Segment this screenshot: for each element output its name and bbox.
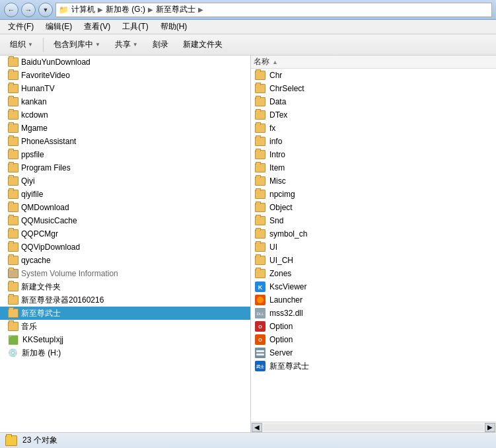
horizontal-scrollbar[interactable]: ◀ ▶ bbox=[251, 422, 496, 432]
folder-icon bbox=[8, 97, 18, 106]
list-item[interactable]: UI_CH bbox=[251, 254, 496, 267]
address-segment: 计算机 bbox=[71, 4, 95, 15]
status-bar: 23 个对象 bbox=[0, 432, 496, 448]
address-bar[interactable]: 📁 计算机 ▶ 新加卷 (G:) ▶ 新至尊武士 ▶ bbox=[55, 3, 492, 17]
list-item[interactable]: Snd bbox=[251, 214, 496, 227]
folder-icon bbox=[8, 190, 18, 199]
folder-icon bbox=[255, 256, 266, 265]
launcher-icon bbox=[255, 295, 266, 305]
right-list[interactable]: Chr ChrSelect Data DTex fx info bbox=[251, 69, 496, 422]
list-item-KscViewer[interactable]: K KscViewer bbox=[251, 280, 496, 293]
list-item[interactable]: Data bbox=[251, 95, 496, 108]
menu-help[interactable]: 帮助(H) bbox=[155, 20, 193, 34]
option1-icon: O bbox=[255, 321, 266, 332]
kscviewer-icon: K bbox=[255, 281, 266, 292]
list-item[interactable]: Zones bbox=[251, 267, 496, 280]
left-pane: BaiduYunDownload FavoriteVideo HunanTV k… bbox=[0, 56, 251, 432]
svg-text:O: O bbox=[258, 338, 262, 342]
dll-icon: DLL bbox=[255, 308, 266, 318]
tree-item-ProgramFiles[interactable]: Program Files bbox=[0, 161, 250, 174]
share-button[interactable]: 共享 ▼ bbox=[109, 36, 144, 54]
tree-item-music[interactable]: 音乐 bbox=[0, 320, 250, 333]
list-item[interactable]: Chr bbox=[251, 69, 496, 82]
right-pane: 名称 ▲ Chr ChrSelect Data DTex bbox=[251, 56, 496, 432]
tree-item-BaiduYunDownload[interactable]: BaiduYunDownload bbox=[0, 56, 250, 69]
list-item-Server[interactable]: Server bbox=[251, 346, 496, 359]
folder-icon bbox=[255, 243, 266, 252]
tree-item-qycache[interactable]: qycache bbox=[0, 254, 250, 267]
folder-icon bbox=[8, 216, 18, 225]
sort-arrow: ▲ bbox=[272, 59, 278, 65]
list-item-Option1[interactable]: O Option bbox=[251, 320, 496, 333]
folder-icon bbox=[255, 176, 266, 186]
folder-icon bbox=[255, 216, 266, 225]
list-item[interactable]: Misc bbox=[251, 174, 496, 188]
tree-item-PhoneAssistant[interactable]: PhoneAssistant bbox=[0, 135, 250, 148]
tree-item-kankan[interactable]: kankan bbox=[0, 95, 250, 108]
tree-item-KKSetup[interactable]: 🟩 KKSetupIxjj bbox=[0, 333, 250, 346]
list-item[interactable]: ChrSelect bbox=[251, 82, 496, 95]
new-folder-button[interactable]: 新建文件夹 bbox=[177, 36, 229, 54]
list-item-xinzhizun[interactable]: 武士 新至尊武士 bbox=[251, 359, 496, 373]
list-item[interactable]: DTex bbox=[251, 108, 496, 122]
menu-view[interactable]: 查看(V) bbox=[79, 20, 116, 34]
name-column-header[interactable]: 名称 ▲ bbox=[254, 56, 493, 67]
menu-file[interactable]: 文件(F) bbox=[3, 20, 39, 34]
list-item-mss32dll[interactable]: DLL mss32.dll bbox=[251, 307, 496, 320]
left-scroll[interactable]: BaiduYunDownload FavoriteVideo HunanTV k… bbox=[0, 56, 250, 432]
list-item[interactable]: UI bbox=[251, 241, 496, 254]
tree-item-QQMusicCache[interactable]: QQMusicCache bbox=[0, 214, 250, 227]
tree-item-QMDownload[interactable]: QMDownload bbox=[0, 201, 250, 214]
svg-text:DLL: DLL bbox=[256, 312, 264, 316]
tree-item-HunanTV[interactable]: HunanTV bbox=[0, 82, 250, 95]
list-item[interactable]: symbol_ch bbox=[251, 227, 496, 241]
up-button[interactable]: ▼ bbox=[38, 3, 53, 17]
tree-item-qiyifile[interactable]: qiyifile bbox=[0, 188, 250, 201]
tree-item-Qiyi[interactable]: Qiyi bbox=[0, 174, 250, 188]
xinzhizun-icon: 武士 bbox=[255, 361, 266, 371]
tree-item-ppsfile[interactable]: ppsfile bbox=[0, 148, 250, 161]
menu-edit[interactable]: 编辑(E) bbox=[40, 20, 77, 34]
folder-icon bbox=[255, 137, 266, 146]
folder-icon bbox=[8, 322, 18, 331]
list-item-Launcher[interactable]: Launcher bbox=[251, 293, 496, 307]
back-button[interactable]: ← bbox=[4, 3, 18, 17]
list-item[interactable]: info bbox=[251, 135, 496, 148]
folder-icon bbox=[8, 295, 18, 305]
folder-icon bbox=[8, 282, 18, 291]
tree-item-xinzhizun[interactable]: 新至尊武士 bbox=[0, 307, 250, 320]
burn-button[interactable]: 刻录 bbox=[147, 36, 174, 54]
tree-item-FavoriteVideo[interactable]: FavoriteVideo bbox=[0, 69, 250, 82]
list-item[interactable]: fx bbox=[251, 122, 496, 135]
folder-icon bbox=[8, 84, 18, 93]
menu-tools[interactable]: 工具(T) bbox=[117, 20, 153, 34]
address-segment: 新至尊武士 bbox=[156, 4, 195, 15]
folder-icon bbox=[8, 256, 18, 265]
toolbar: 组织 ▼ 包含到库中 ▼ 共享 ▼ 刻录 新建文件夹 bbox=[0, 34, 496, 56]
list-item[interactable]: Object bbox=[251, 201, 496, 214]
tree-item-QQPCMgr[interactable]: QQPCMgr bbox=[0, 227, 250, 241]
svg-text:O: O bbox=[258, 324, 262, 329]
folder-icon bbox=[8, 124, 18, 133]
tree-item-newfolder[interactable]: 新建文件夹 bbox=[0, 280, 250, 293]
list-item[interactable]: Intro bbox=[251, 148, 496, 161]
folder-icon bbox=[255, 110, 266, 120]
tree-item-QQVipDownload[interactable]: QQVipDownload bbox=[0, 241, 250, 254]
list-item[interactable]: Item bbox=[251, 161, 496, 174]
toolbar-separator bbox=[43, 38, 44, 52]
folder-icon bbox=[255, 150, 266, 159]
hscroll-left[interactable]: ◀ bbox=[252, 423, 262, 432]
status-count: 23 个对象 bbox=[22, 435, 57, 446]
tree-item-kcdown[interactable]: kcdown bbox=[0, 108, 250, 122]
tree-item-drive-h[interactable]: 💿 新加卷 (H:) bbox=[0, 346, 250, 359]
library-button[interactable]: 包含到库中 ▼ bbox=[48, 36, 106, 54]
hscroll-right[interactable]: ▶ bbox=[485, 423, 495, 432]
organize-button[interactable]: 组织 ▼ bbox=[4, 36, 39, 54]
status-folder-icon bbox=[5, 435, 17, 446]
tree-item-SystemVolumeInformation[interactable]: System Volume Information bbox=[0, 267, 250, 280]
tree-item-login20160216[interactable]: 新至尊登录器20160216 bbox=[0, 293, 250, 307]
list-item-Option2[interactable]: O Option bbox=[251, 333, 496, 346]
tree-item-Mgame[interactable]: Mgame bbox=[0, 122, 250, 135]
list-item[interactable]: npcimg bbox=[251, 188, 496, 201]
forward-button[interactable]: → bbox=[21, 3, 36, 17]
